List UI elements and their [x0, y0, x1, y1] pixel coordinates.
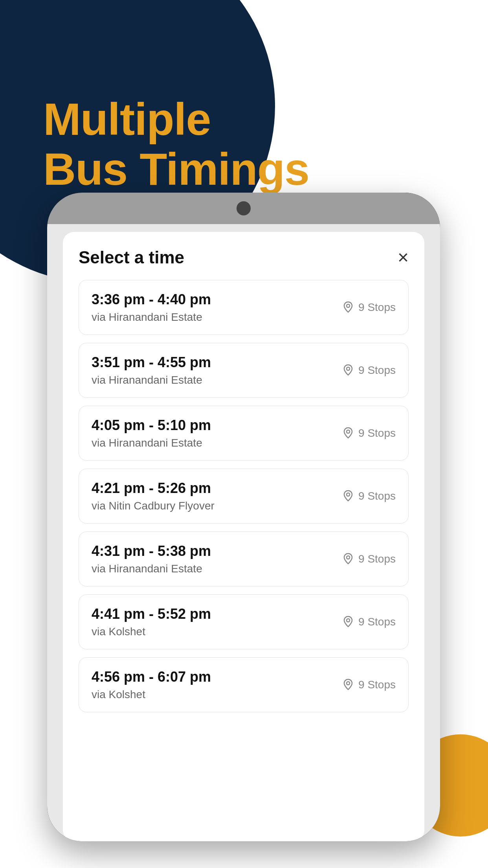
svg-point-3: [347, 493, 350, 496]
stops-count: 9 Stops: [358, 616, 396, 628]
hero-section: Multiple Bus Timings: [43, 94, 309, 194]
time-stops: 9 Stops: [342, 553, 396, 565]
time-via: via Hiranandani Estate: [92, 311, 211, 324]
location-icon: [342, 616, 354, 628]
time-stops: 9 Stops: [342, 679, 396, 691]
time-item[interactable]: 4:41 pm - 5:52 pm via Kolshet 9 Stops: [79, 594, 409, 649]
time-item[interactable]: 3:36 pm - 4:40 pm via Hiranandani Estate…: [79, 280, 409, 335]
location-icon: [342, 427, 354, 440]
time-item[interactable]: 4:21 pm - 5:26 pm via Nitin Cadbury Flyo…: [79, 469, 409, 524]
modal-title: Select a time: [79, 248, 184, 267]
time-via: via Hiranandani Estate: [92, 563, 211, 575]
modal-sheet: Select a time × 3:36 pm - 4:40 pm via Hi…: [63, 232, 424, 841]
svg-point-2: [347, 430, 350, 433]
location-icon: [342, 553, 354, 565]
time-via: via Hiranandani Estate: [92, 437, 211, 449]
time-list: 3:36 pm - 4:40 pm via Hiranandani Estate…: [79, 280, 409, 712]
time-item-left: 4:21 pm - 5:26 pm via Nitin Cadbury Flyo…: [92, 480, 215, 512]
time-range: 4:05 pm - 5:10 pm: [92, 417, 211, 434]
hero-line2: Bus Timings: [43, 144, 309, 194]
time-via: via Hiranandani Estate: [92, 374, 211, 386]
modal-close-button[interactable]: ×: [398, 248, 409, 267]
time-via: via Kolshet: [92, 688, 211, 701]
time-item-left: 4:05 pm - 5:10 pm via Hiranandani Estate: [92, 417, 211, 449]
phone-camera: [237, 201, 251, 215]
time-item[interactable]: 4:56 pm - 6:07 pm via Kolshet 9 Stops: [79, 657, 409, 712]
phone-status-bar: [47, 193, 440, 224]
time-via: via Nitin Cadbury Flyover: [92, 500, 215, 512]
svg-point-0: [347, 304, 350, 307]
stops-count: 9 Stops: [358, 301, 396, 314]
time-stops: 9 Stops: [342, 616, 396, 628]
time-item[interactable]: 3:51 pm - 4:55 pm via Hiranandani Estate…: [79, 343, 409, 398]
phone-frame: Select a time × 3:36 pm - 4:40 pm via Hi…: [47, 193, 440, 841]
time-stops: 9 Stops: [342, 364, 396, 377]
location-icon: [342, 490, 354, 502]
svg-point-6: [347, 682, 350, 685]
time-item[interactable]: 4:05 pm - 5:10 pm via Hiranandani Estate…: [79, 406, 409, 461]
svg-point-4: [347, 556, 350, 559]
hero-line1: Multiple: [43, 94, 211, 144]
time-item-left: 3:36 pm - 4:40 pm via Hiranandani Estate: [92, 291, 211, 324]
stops-count: 9 Stops: [358, 490, 396, 502]
time-via: via Kolshet: [92, 625, 211, 638]
time-range: 3:51 pm - 4:55 pm: [92, 354, 211, 371]
stops-count: 9 Stops: [358, 679, 396, 691]
time-range: 4:21 pm - 5:26 pm: [92, 480, 215, 497]
svg-point-1: [347, 367, 350, 370]
stops-count: 9 Stops: [358, 553, 396, 565]
time-item-left: 4:41 pm - 5:52 pm via Kolshet: [92, 606, 211, 638]
time-range: 4:31 pm - 5:38 pm: [92, 543, 211, 559]
modal-header: Select a time ×: [79, 248, 409, 267]
stops-count: 9 Stops: [358, 427, 396, 440]
hero-title: Multiple Bus Timings: [43, 94, 309, 194]
location-icon: [342, 364, 354, 377]
time-item-left: 4:56 pm - 6:07 pm via Kolshet: [92, 669, 211, 701]
time-stops: 9 Stops: [342, 301, 396, 314]
time-stops: 9 Stops: [342, 427, 396, 440]
time-item-left: 4:31 pm - 5:38 pm via Hiranandani Estate: [92, 543, 211, 575]
time-range: 4:56 pm - 6:07 pm: [92, 669, 211, 685]
svg-point-5: [347, 619, 350, 622]
time-stops: 9 Stops: [342, 490, 396, 502]
location-icon: [342, 301, 354, 314]
stops-count: 9 Stops: [358, 364, 396, 377]
time-item[interactable]: 4:31 pm - 5:38 pm via Hiranandani Estate…: [79, 531, 409, 587]
location-icon: [342, 679, 354, 691]
time-range: 4:41 pm - 5:52 pm: [92, 606, 211, 622]
phone-screen: Select a time × 3:36 pm - 4:40 pm via Hi…: [47, 224, 440, 841]
time-range: 3:36 pm - 4:40 pm: [92, 291, 211, 308]
time-item-left: 3:51 pm - 4:55 pm via Hiranandani Estate: [92, 354, 211, 386]
